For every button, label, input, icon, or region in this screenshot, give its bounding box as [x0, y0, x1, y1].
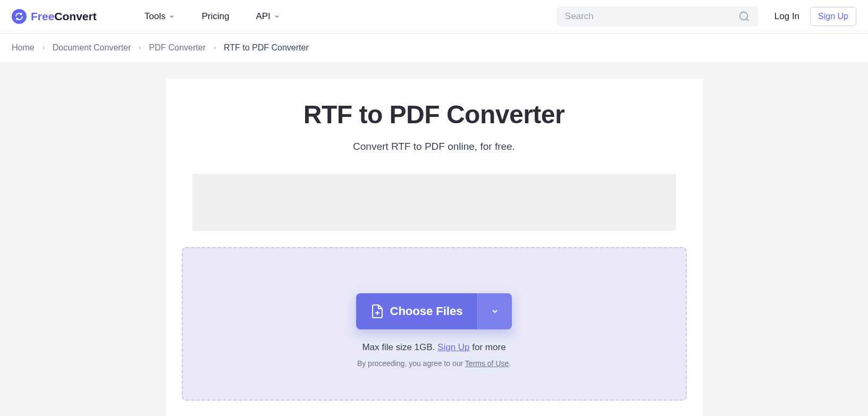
svg-line-1 — [746, 19, 748, 21]
upload-area[interactable]: Choose Files Max file size 1GB. Sign Up … — [182, 247, 687, 401]
chevron-down-icon — [168, 13, 175, 20]
logo-text: FreeConvert — [31, 10, 97, 23]
search-icon — [738, 11, 750, 22]
nav: Tools Pricing API — [145, 11, 280, 22]
search-box[interactable] — [557, 6, 759, 27]
max-file-suffix: for more — [470, 342, 506, 352]
nav-tools[interactable]: Tools — [145, 11, 175, 22]
choose-files-label: Choose Files — [390, 304, 463, 318]
logo-icon — [12, 9, 27, 24]
choose-files-dropdown[interactable] — [477, 293, 512, 329]
file-add-icon — [371, 304, 384, 319]
choose-files-group: Choose Files — [356, 293, 512, 329]
login-button[interactable]: Log In — [774, 11, 799, 22]
chevron-right-icon — [212, 45, 217, 50]
nav-api[interactable]: API — [256, 11, 280, 22]
breadcrumb-current: RTF to PDF Converter — [224, 43, 309, 53]
logo[interactable]: FreeConvert — [12, 9, 97, 24]
max-file-prefix: Max file size 1GB. — [362, 342, 437, 352]
header: FreeConvert Tools Pricing API Log In Sig… — [0, 0, 868, 33]
auth-buttons: Log In Sign Up — [774, 7, 856, 26]
signup-link[interactable]: Sign Up — [437, 342, 469, 352]
page-title: RTF to PDF Converter — [182, 100, 687, 129]
chevron-down-icon — [491, 307, 499, 316]
breadcrumb-home[interactable]: Home — [12, 43, 35, 53]
terms-link[interactable]: Terms of Use — [465, 359, 509, 368]
upload-info: Max file size 1GB. Sign Up for more — [193, 342, 675, 353]
signup-button[interactable]: Sign Up — [810, 7, 856, 26]
chevron-down-icon — [274, 13, 280, 20]
choose-files-button[interactable]: Choose Files — [356, 293, 478, 329]
breadcrumb-document-converter[interactable]: Document Converter — [53, 43, 131, 53]
nav-pricing-label: Pricing — [201, 11, 229, 22]
breadcrumb: Home Document Converter PDF Converter RT… — [0, 33, 868, 63]
nav-pricing[interactable]: Pricing — [201, 11, 229, 22]
terms-prefix: By proceeding, you agree to our — [357, 359, 465, 368]
terms-info: By proceeding, you agree to our Terms of… — [193, 359, 675, 368]
chevron-right-icon — [137, 45, 142, 50]
svg-point-0 — [740, 12, 748, 20]
chevron-right-icon — [41, 45, 46, 50]
terms-suffix: . — [509, 359, 511, 368]
ad-placeholder — [192, 174, 676, 231]
breadcrumb-pdf-converter[interactable]: PDF Converter — [149, 43, 206, 53]
nav-api-label: API — [256, 11, 270, 22]
page-subtitle: Convert RTF to PDF online, for free. — [182, 141, 687, 152]
content-wrapper: RTF to PDF Converter Convert RTF to PDF … — [0, 63, 868, 416]
search-input[interactable] — [565, 11, 738, 22]
nav-tools-label: Tools — [145, 11, 166, 22]
content: RTF to PDF Converter Convert RTF to PDF … — [166, 79, 703, 416]
